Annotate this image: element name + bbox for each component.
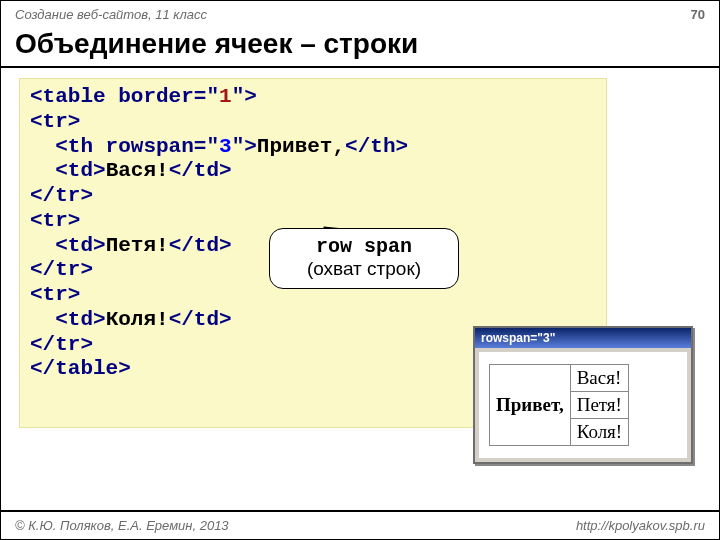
code-l4a: <td> [30, 159, 106, 182]
code-l4e: </td> [169, 159, 232, 182]
table-row: Привет, Вася! [490, 365, 629, 392]
code-l5: </tr> [30, 184, 93, 207]
page-footer: © К.Ю. Поляков, Е.А. Еремин, 2013 http:/… [1, 510, 719, 539]
callout-line2: (охват строк) [280, 258, 448, 280]
result-cell-1: Вася! [570, 365, 629, 392]
code-l12: </table> [30, 357, 131, 380]
callout-bubble: row span (охват строк) [269, 228, 459, 289]
code-l3t: Привет, [257, 135, 345, 158]
page-number: 70 [691, 7, 705, 22]
code-l9: <tr> [30, 283, 80, 306]
result-table: Привет, Вася! Петя! Коля! [489, 364, 629, 446]
code-l3e: </th> [345, 135, 408, 158]
browser-preview: rowspan="3" Привет, Вася! Петя! Коля! [473, 326, 693, 464]
browser-titlebar: rowspan="3" [475, 328, 691, 348]
code-l3b: 3 [219, 135, 232, 158]
code-l7e: </td> [169, 234, 232, 257]
code-l4t: Вася! [106, 159, 169, 182]
code-l10t: Коля! [106, 308, 169, 331]
footer-url: http://kpolyakov.spb.ru [576, 518, 705, 533]
code-l1a: <table border=" [30, 85, 219, 108]
code-l8: </tr> [30, 258, 93, 281]
code-l7a: <td> [30, 234, 106, 257]
course-label: Создание веб-сайтов, 11 класс [15, 7, 207, 22]
page-header: Создание веб-сайтов, 11 класс 70 [1, 1, 719, 24]
code-l6: <tr> [30, 209, 80, 232]
code-l7t: Петя! [106, 234, 169, 257]
copyright-label: © К.Ю. Поляков, Е.А. Еремин, 2013 [15, 518, 229, 533]
code-l3a: <th rowspan=" [30, 135, 219, 158]
code-l3c: "> [232, 135, 257, 158]
browser-body: Привет, Вася! Петя! Коля! [479, 352, 687, 458]
code-l10e: </td> [169, 308, 232, 331]
callout-line1: row span [280, 235, 448, 258]
code-l10a: <td> [30, 308, 106, 331]
code-l1c: "> [232, 85, 257, 108]
result-th: Привет, [490, 365, 571, 446]
code-l1v: 1 [219, 85, 232, 108]
code-l11: </tr> [30, 333, 93, 356]
content-area: <table border="1"> <tr> <th rowspan="3">… [1, 68, 719, 498]
result-cell-3: Коля! [570, 419, 629, 446]
result-cell-2: Петя! [570, 392, 629, 419]
page-title: Объединение ячеек – строки [1, 24, 719, 60]
code-l2: <tr> [30, 110, 80, 133]
